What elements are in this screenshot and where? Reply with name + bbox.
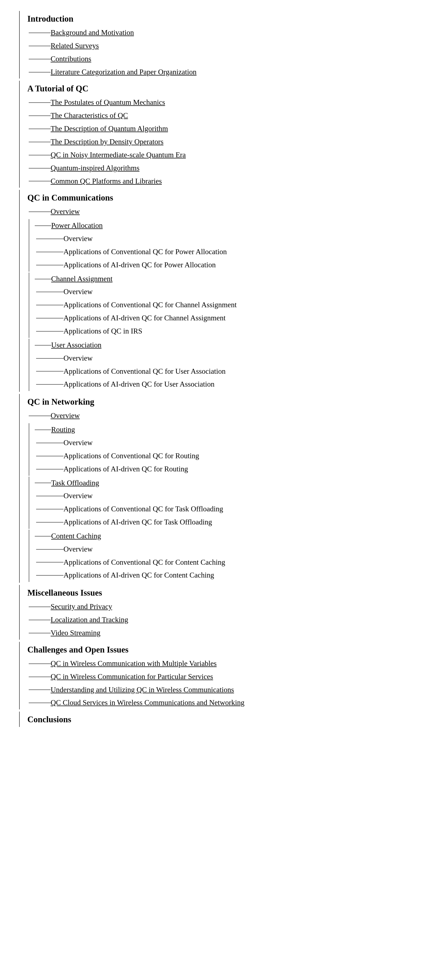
item-label[interactable]: Applications of AI-driven QC for Power A… (64, 259, 216, 271)
item-label[interactable]: Overview (51, 410, 79, 422)
list-item: Overview (36, 232, 413, 245)
list-item: Video Streaming (29, 627, 413, 640)
h-line (29, 129, 51, 129)
section-items-qc-net: Overview Routing Overview (27, 409, 413, 582)
bracket-qc-comm (19, 190, 26, 392)
item-label[interactable]: QC in Noisy Intermediate-scale Quantum E… (51, 150, 186, 161)
subsection-power-allocation: Power Allocation Overview Applications o… (29, 219, 413, 271)
section-qc-networking: QC in Networking Overview Routing (19, 394, 413, 583)
item-label[interactable]: Overview (51, 206, 79, 218)
item-label[interactable]: QC in Wireless Communication for Particu… (51, 671, 213, 682)
section-qc-communications: QC in Communications Overview Power Allo… (19, 190, 413, 392)
subsection-user-association: User Association Overview Applications o… (29, 339, 413, 391)
h-line (29, 142, 51, 142)
item-label[interactable]: Applications of AI-driven QC for Content… (64, 570, 214, 581)
sub-body-caching: Content Caching Overview Applications of… (35, 530, 413, 582)
item-label[interactable]: Applications of Conventional QC for User… (64, 366, 226, 377)
item-label[interactable]: Applications of AI-driven QC for Channel… (64, 312, 226, 324)
h-line (36, 265, 64, 266)
item-label[interactable]: Video Streaming (51, 627, 100, 639)
h-line (36, 575, 64, 576)
item-label[interactable]: Applications of Conventional QC for Powe… (64, 246, 227, 258)
subsection-label-channel[interactable]: Channel Assignment (51, 273, 113, 285)
h-line (29, 663, 51, 664)
list-item: Applications of AI-driven QC for Channel… (36, 312, 413, 325)
item-label[interactable]: Quantum-inspired Algorithms (51, 162, 140, 174)
list-item: Applications of Conventional QC for Task… (36, 503, 413, 516)
bracket-tutorial (19, 81, 26, 188)
list-item: Literature Categorization and Paper Orga… (29, 66, 413, 79)
h-line (36, 509, 64, 509)
h-line (36, 522, 64, 523)
h-line (29, 676, 51, 677)
list-item: Applications of AI-driven QC for Task Of… (36, 516, 413, 529)
item-label[interactable]: QC in Wireless Communication with Multip… (51, 658, 217, 670)
list-item: QC in Noisy Intermediate-scale Quantum E… (29, 148, 413, 162)
item-label[interactable]: Background and Motivation (51, 27, 134, 38)
item-label[interactable]: Security and Privacy (51, 601, 112, 612)
h-line (29, 212, 51, 212)
v-line-caching (29, 530, 35, 582)
sub-body-user: User Association Overview Applications o… (35, 339, 413, 391)
subsection-label-routing[interactable]: Routing (51, 424, 75, 436)
item-label[interactable]: Applications of Conventional QC for Rout… (64, 450, 199, 462)
item-label[interactable]: Localization and Tracking (51, 614, 128, 626)
sub-title-row-user: User Association (35, 339, 413, 352)
subsection-label-power[interactable]: Power Allocation (51, 220, 103, 231)
item-label[interactable]: Related Surveys (51, 40, 99, 52)
h-line (36, 358, 64, 359)
subsection-label-caching[interactable]: Content Caching (51, 530, 101, 542)
section-body-challenges: Challenges and Open Issues QC in Wireles… (26, 642, 413, 710)
item-label[interactable]: The Description by Density Operators (51, 136, 164, 148)
item-label[interactable]: Applications of QC in IRS (64, 326, 142, 337)
h-line (29, 72, 51, 73)
item-label[interactable]: The Description of Quantum Algorithm (51, 123, 168, 135)
item-label[interactable]: Overview (64, 233, 92, 245)
item-label[interactable]: Contributions (51, 53, 91, 65)
section-tutorial: A Tutorial of QC The Postulates of Quant… (19, 81, 413, 188)
item-label[interactable]: Literature Categorization and Paper Orga… (51, 67, 197, 78)
section-title-conclusions: Conclusions (27, 712, 413, 727)
subsection-routing: Routing Overview Applications of Convent… (29, 423, 413, 476)
section-items-introduction: Background and Motivation Related Survey… (27, 26, 413, 78)
sub-title-row-caching: Content Caching (35, 530, 413, 543)
section-items-tutorial: The Postulates of Quantum Mechanics The … (27, 96, 413, 188)
list-item: Localization and Tracking (29, 613, 413, 627)
h-line (29, 689, 51, 690)
sub-body-channel: Channel Assignment Overview Applications… (35, 272, 413, 338)
h-line (29, 703, 51, 703)
item-label[interactable]: Applications of Conventional QC for Task… (64, 503, 223, 515)
item-label[interactable]: Common QC Platforms and Libraries (51, 176, 162, 187)
routing-children: Overview Applications of Conventional QC… (35, 436, 413, 476)
item-label[interactable]: The Characteristics of QC (51, 110, 128, 121)
item-label[interactable]: Understanding and Utilizing QC in Wirele… (51, 684, 234, 696)
subsection-label-user[interactable]: User Association (51, 339, 102, 351)
item-label[interactable]: Applications of AI-driven QC for Task Of… (64, 517, 212, 528)
list-item: The Characteristics of QC (29, 109, 413, 122)
subsection-channel-assignment: Channel Assignment Overview Applications… (29, 272, 413, 338)
list-item: Applications of Conventional QC for Rout… (36, 450, 413, 463)
item-label[interactable]: Applications of AI-driven QC for User As… (64, 379, 214, 390)
h-line (36, 496, 64, 496)
item-label[interactable]: Overview (64, 490, 92, 502)
item-label[interactable]: Applications of Conventional QC for Chan… (64, 299, 237, 311)
item-label[interactable]: Overview (64, 286, 92, 298)
list-item: Applications of AI-driven QC for Power A… (36, 259, 413, 272)
item-label[interactable]: Applications of AI-driven QC for Routing (64, 463, 188, 475)
h-line (29, 181, 51, 181)
h-line (36, 469, 64, 469)
section-miscellaneous: Miscellaneous Issues Security and Privac… (19, 585, 413, 640)
item-label[interactable]: QC Cloud Services in Wireless Communicat… (51, 697, 245, 709)
bracket-introduction (19, 11, 26, 78)
item-label[interactable]: Overview (64, 353, 92, 364)
subsection-content-caching: Content Caching Overview Applications of… (29, 530, 413, 582)
v-line-channel (29, 272, 35, 338)
section-title-qc-comm: QC in Communications (27, 190, 413, 205)
item-label[interactable]: Applications of Conventional QC for Cont… (64, 557, 225, 568)
item-label[interactable]: The Postulates of Quantum Mechanics (51, 97, 165, 108)
section-body-introduction: Introduction Background and Motivation R… (26, 11, 413, 78)
item-label[interactable]: Overview (64, 437, 92, 449)
subsection-label-task[interactable]: Task Offloading (51, 477, 99, 489)
item-label[interactable]: Overview (64, 544, 92, 555)
list-item: Quantum-inspired Algorithms (29, 162, 413, 175)
